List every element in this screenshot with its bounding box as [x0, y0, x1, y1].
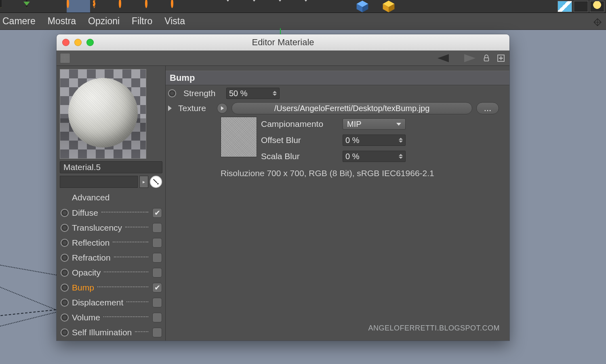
svg-marker-6	[438, 54, 449, 62]
property-anim-toggle[interactable]	[61, 328, 69, 337]
section-header: Bump	[166, 71, 509, 85]
offset-blur-input[interactable]: 0 %	[343, 135, 406, 146]
lamp-icon[interactable]	[590, 1, 604, 12]
property-list: DiffuseTranslucencyReflectionRefractionO…	[60, 206, 162, 339]
advanced-label: Advanced	[60, 190, 162, 203]
menu-filtro[interactable]: Filtro	[132, 16, 152, 27]
property-anim-toggle[interactable]	[61, 209, 69, 217]
sampling-label: Campionamento	[261, 119, 339, 129]
undo-icon[interactable]	[0, 0, 2, 8]
property-checkbox[interactable]	[152, 283, 162, 292]
texture-swatch-icon[interactable]	[61, 54, 69, 63]
material-sidebar: ▸ Advanced DiffuseTranslucencyReflection…	[57, 66, 166, 341]
texture-disclosure-icon[interactable]	[168, 105, 172, 111]
viewport-menubar: Camere Mostra Opzioni Filtro Vista	[0, 13, 606, 30]
property-anim-toggle[interactable]	[61, 239, 69, 247]
property-checkbox[interactable]	[152, 223, 162, 233]
menu-vista[interactable]: Vista	[164, 16, 185, 27]
texture-path-field[interactable]: /Users/AngeloFerretti/Desktop/texBump.jp…	[231, 102, 472, 114]
property-checkbox[interactable]	[152, 328, 162, 337]
svg-rect-8	[484, 58, 489, 61]
menu-opzioni[interactable]: Opzioni	[88, 16, 120, 27]
tool-circle-icon[interactable]	[67, 0, 69, 8]
property-anim-toggle[interactable]	[61, 299, 69, 307]
property-row-reflection[interactable]: Reflection	[60, 236, 162, 249]
nav-gizmo-icon[interactable]	[593, 18, 602, 27]
window-titlebar[interactable]: Editor Materiale	[57, 34, 509, 50]
nav-prev-icon[interactable]	[437, 53, 455, 63]
property-anim-toggle[interactable]	[61, 284, 69, 292]
svg-marker-7	[464, 54, 476, 62]
app-toolbar	[0, 0, 606, 13]
property-anim-toggle[interactable]	[61, 269, 69, 277]
tool-misc-icon[interactable]	[171, 0, 173, 8]
property-checkbox[interactable]	[152, 238, 162, 248]
scale-blur-input[interactable]: 0 %	[343, 151, 406, 162]
sampling-dropdown[interactable]: MIP	[343, 118, 406, 130]
property-label: Displacement	[72, 298, 123, 307]
strength-input[interactable]: 50 %	[226, 88, 280, 99]
texture-label: Texture	[178, 103, 213, 113]
editor-toolbar	[57, 50, 509, 66]
property-row-opacity[interactable]: Opacity	[60, 266, 162, 279]
property-label: Reflection	[72, 238, 109, 248]
property-row-refraction[interactable]: Refraction	[60, 251, 162, 264]
bump-panel: Bump Strength 50 % Texture /Users/Angelo…	[166, 66, 509, 341]
texture-thumbnail[interactable]	[221, 117, 257, 157]
property-label: Self Illumination	[72, 328, 132, 337]
property-checkbox[interactable]	[152, 253, 162, 263]
property-label: Bump	[72, 283, 94, 292]
cube-add-icon[interactable]	[377, 7, 400, 13]
property-row-self-illumination[interactable]: Self Illumination	[60, 326, 162, 339]
property-label: Translucency	[72, 223, 122, 233]
property-label: Opacity	[72, 268, 101, 278]
property-anim-toggle[interactable]	[61, 314, 69, 322]
menu-mostra[interactable]: Mostra	[48, 16, 76, 27]
resolution-info: Risoluzione 700 x 700, RGB (8 Bit), sRGB…	[221, 168, 509, 178]
material-editor-window: Editor Materiale	[57, 34, 509, 341]
property-checkbox[interactable]	[152, 268, 162, 278]
tool-ring-icon[interactable]	[93, 0, 95, 8]
strength-label: Strength	[183, 88, 222, 98]
scale-blur-label: Scala Blur	[261, 151, 339, 161]
window-title: Editor Materiale	[57, 37, 509, 48]
property-anim-toggle[interactable]	[61, 254, 69, 262]
lock-icon[interactable]	[482, 54, 491, 63]
property-checkbox[interactable]	[152, 208, 162, 218]
property-label: Diffuse	[72, 208, 98, 218]
view-settings-icon[interactable]	[574, 1, 588, 12]
property-row-bump[interactable]: Bump	[60, 281, 162, 294]
picker-icon[interactable]	[150, 176, 162, 188]
property-row-translucency[interactable]: Translucency	[60, 221, 162, 234]
redo-icon[interactable]	[26, 0, 27, 8]
material-preview[interactable]	[60, 69, 146, 159]
texture-menu-button[interactable]	[217, 103, 227, 114]
property-checkbox[interactable]	[152, 298, 162, 307]
property-row-diffuse[interactable]: Diffuse	[60, 206, 162, 219]
property-anim-toggle[interactable]	[61, 224, 69, 232]
menu-camere[interactable]: Camere	[2, 16, 36, 27]
property-checkbox[interactable]	[152, 313, 162, 322]
add-tab-icon[interactable]	[497, 54, 505, 63]
material-name-input[interactable]	[60, 161, 162, 173]
svg-marker-10	[157, 183, 159, 185]
strength-anim-toggle[interactable]	[168, 89, 176, 97]
offset-blur-label: Offset Blur	[261, 135, 339, 145]
property-row-displacement[interactable]: Displacement	[60, 296, 162, 309]
tool-rot-icon[interactable]	[119, 0, 121, 8]
property-label: Volume	[72, 313, 100, 322]
cube-blue-icon[interactable]	[351, 7, 374, 13]
tag-input[interactable]	[60, 176, 138, 188]
tool-scale-icon[interactable]	[145, 0, 147, 8]
property-label: Refraction	[72, 253, 111, 263]
view-tile-icon[interactable]	[558, 1, 572, 12]
preview-sphere	[68, 78, 138, 148]
tag-dropdown-icon[interactable]: ▸	[139, 176, 148, 188]
property-row-volume[interactable]: Volume	[60, 311, 162, 324]
watermark: ANGELOFERRETTI.BLOGSPOT.COM	[368, 324, 500, 332]
nav-next-icon[interactable]	[459, 53, 476, 63]
browse-button[interactable]: ...	[476, 102, 499, 114]
